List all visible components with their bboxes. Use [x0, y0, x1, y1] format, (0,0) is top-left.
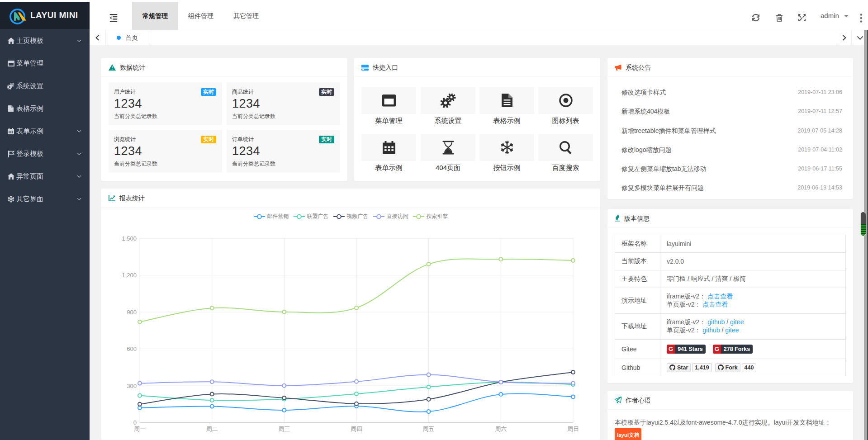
svg-text:周五: 周五 [423, 426, 435, 432]
svg-text:300: 300 [127, 383, 137, 389]
svg-text:周六: 周六 [495, 426, 507, 432]
svg-text:900: 900 [127, 309, 137, 316]
svg-text:周四: 周四 [351, 426, 362, 432]
svg-text:周一: 周一 [134, 426, 146, 432]
svg-text:周三: 周三 [278, 426, 290, 432]
svg-text:1,500: 1,500 [122, 235, 137, 242]
svg-text:周日: 周日 [567, 426, 579, 432]
svg-text:周二: 周二 [206, 426, 218, 432]
svg-text:600: 600 [127, 345, 137, 352]
svg-text:0: 0 [133, 419, 137, 426]
svg-text:1,200: 1,200 [122, 272, 137, 279]
